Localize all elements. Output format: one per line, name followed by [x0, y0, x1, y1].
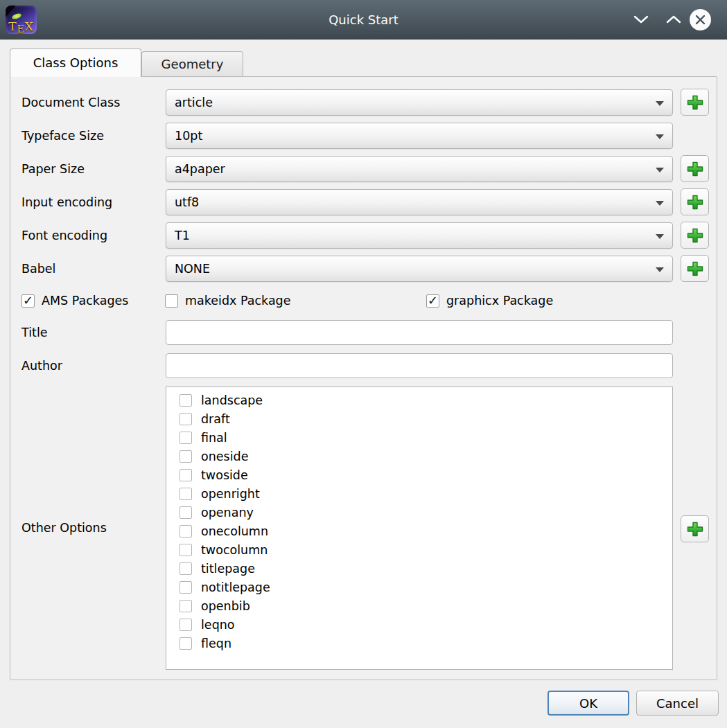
checkbox[interactable]: ✓ — [179, 562, 192, 575]
babel-combobox[interactable]: NONE — [166, 256, 673, 282]
checkbox[interactable]: ✓ — [179, 469, 192, 481]
dropdown-arrow-icon — [656, 101, 664, 106]
plus-icon — [685, 193, 705, 211]
checkbox[interactable]: ✓ — [179, 619, 192, 631]
checkbox[interactable]: ✓ — [179, 506, 192, 519]
list-item-twoside[interactable]: ✓twoside — [166, 465, 672, 484]
list-item-final[interactable]: ✓final — [166, 428, 672, 447]
minimize-button[interactable] — [632, 14, 654, 26]
dropdown-arrow-icon — [656, 168, 664, 172]
option-label: openright — [201, 487, 260, 501]
plus-icon — [685, 94, 705, 112]
checkbox-label: AMS Packages — [42, 294, 128, 308]
combo-value: a4paper — [175, 162, 225, 176]
checkbox-label: graphicx Package — [446, 294, 553, 308]
list-item-openany[interactable]: ✓openany — [166, 503, 672, 522]
checkbox[interactable]: ✓ — [179, 581, 192, 594]
list-item-openright[interactable]: ✓openright — [166, 484, 672, 503]
add-font-encoding-button[interactable] — [681, 222, 709, 249]
ok-button[interactable]: OK — [548, 691, 629, 716]
list-item-titlepage[interactable]: ✓titlepage — [166, 559, 672, 578]
checkbox[interactable]: ✓ — [179, 413, 192, 425]
title-input[interactable] — [166, 320, 673, 345]
checkbox[interactable]: ✓ — [179, 394, 192, 407]
checkbox[interactable]: ✓ — [179, 525, 192, 538]
maximize-button[interactable] — [665, 14, 686, 26]
combo-value: article — [175, 96, 213, 109]
other-options-list[interactable]: ✓landscape ✓draft ✓final ✓oneside ✓twosi… — [166, 387, 673, 670]
checkbox[interactable]: ✓ — [179, 432, 192, 444]
add-babel-button[interactable] — [681, 255, 709, 282]
window-title: Quick Start — [0, 0, 727, 39]
combo-value: T1 — [175, 229, 190, 242]
option-label: landscape — [201, 393, 263, 407]
add-input-encoding-button[interactable] — [681, 188, 709, 215]
add-other-option-button[interactable] — [681, 515, 709, 542]
close-button[interactable] — [690, 9, 711, 30]
close-icon — [694, 14, 706, 26]
option-label: onecolumn — [201, 524, 268, 538]
checkbox[interactable]: ✓ — [179, 600, 192, 612]
checkbox[interactable]: ✓ — [426, 294, 439, 308]
plus-icon — [685, 260, 705, 278]
list-item-notitlepage[interactable]: ✓notitlepage — [166, 578, 672, 596]
dropdown-arrow-icon — [656, 234, 664, 239]
document-class-label: Document Class — [21, 89, 120, 116]
titlebar: TEX Quick Start — [0, 0, 727, 39]
document-class-combobox[interactable]: article — [166, 89, 673, 116]
plus-icon — [685, 520, 705, 538]
tab-class-options[interactable]: Class Options — [10, 48, 141, 77]
font-encoding-label: Font encoding — [21, 222, 107, 249]
title-label: Title — [21, 319, 48, 346]
list-item-openbib[interactable]: ✓openbib — [166, 596, 672, 615]
option-label: fleqn — [201, 637, 231, 650]
makeidx-package-checkbox-item[interactable]: ✓ makeidx Package — [165, 293, 290, 308]
babel-label: Babel — [21, 256, 55, 282]
option-label: twoside — [201, 468, 248, 482]
checkbox[interactable]: ✓ — [179, 544, 192, 556]
ams-packages-checkbox-item[interactable]: ✓ AMS Packages — [21, 293, 128, 308]
chevron-down-icon — [635, 17, 647, 22]
chevron-up-icon — [667, 17, 680, 22]
author-input[interactable] — [166, 353, 673, 378]
font-encoding-combobox[interactable]: T1 — [166, 222, 673, 249]
checkbox[interactable]: ✓ — [179, 450, 192, 463]
option-label: openany — [201, 506, 254, 520]
option-label: oneside — [201, 450, 248, 463]
list-item-leqno[interactable]: ✓leqno — [166, 615, 672, 634]
checkbox[interactable]: ✓ — [179, 488, 192, 500]
checkbox[interactable]: ✓ — [165, 294, 178, 308]
option-label: openbib — [201, 599, 250, 613]
list-item-twocolumn[interactable]: ✓twocolumn — [166, 540, 672, 559]
plus-icon — [685, 160, 705, 178]
combo-value: utf8 — [175, 195, 199, 209]
tab-geometry[interactable]: Geometry — [141, 51, 243, 77]
paper-size-combobox[interactable]: a4paper — [166, 156, 673, 182]
dropdown-arrow-icon — [656, 267, 664, 272]
checkbox[interactable]: ✓ — [21, 294, 35, 308]
combo-value: NONE — [175, 262, 210, 276]
checkbox-label: makeidx Package — [185, 294, 290, 308]
option-label: twocolumn — [201, 543, 268, 557]
cancel-button[interactable]: Cancel — [636, 691, 719, 716]
checkbox[interactable]: ✓ — [179, 637, 192, 650]
typeface-size-label: Typeface Size — [21, 123, 104, 149]
list-item-oneside[interactable]: ✓oneside — [166, 447, 672, 465]
graphicx-package-checkbox-item[interactable]: ✓ graphicx Package — [426, 293, 553, 308]
checkmark-icon: ✓ — [23, 293, 33, 308]
typeface-size-combobox[interactable]: 10pt — [166, 123, 673, 149]
class-options-panel: Document Class article Typeface Size 10p… — [10, 76, 717, 680]
author-label: Author — [21, 353, 62, 379]
list-item-landscape[interactable]: ✓landscape — [166, 391, 672, 409]
option-label: leqno — [201, 618, 235, 632]
input-encoding-combobox[interactable]: utf8 — [166, 189, 673, 215]
list-item-onecolumn[interactable]: ✓onecolumn — [166, 522, 672, 540]
add-paper-size-button[interactable] — [681, 155, 709, 182]
combo-value: 10pt — [175, 129, 202, 143]
paper-size-label: Paper Size — [21, 156, 85, 182]
list-item-fleqn[interactable]: ✓fleqn — [166, 634, 672, 652]
list-item-draft[interactable]: ✓draft — [166, 409, 672, 428]
option-label: final — [201, 431, 227, 445]
plus-icon — [685, 227, 705, 245]
add-document-class-button[interactable] — [681, 89, 709, 116]
